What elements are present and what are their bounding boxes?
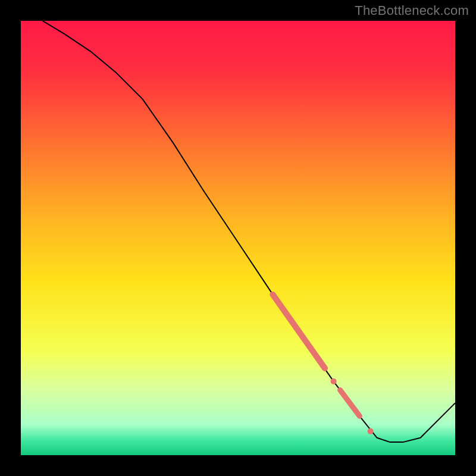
gradient-background [21,21,455,455]
dot-mid [331,378,337,384]
plot-area [21,21,455,455]
chart-svg [21,21,455,455]
watermark-text: TheBottleneck.com [355,3,469,18]
chart-frame: TheBottleneck.com [0,0,476,476]
dot-lower [368,428,374,434]
